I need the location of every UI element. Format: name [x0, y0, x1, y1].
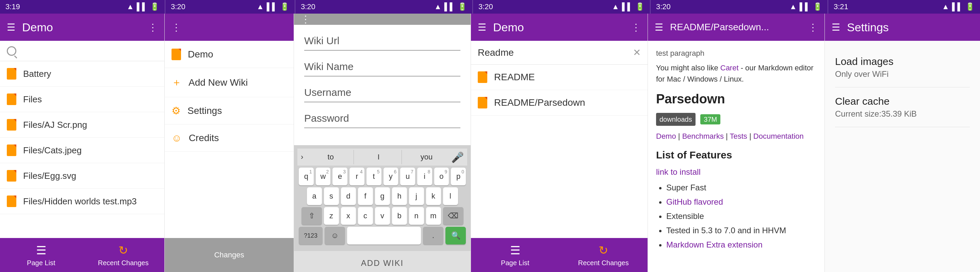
- key-w[interactable]: 2w: [316, 168, 331, 185]
- key-d[interactable]: d: [341, 187, 356, 205]
- result-item-readme[interactable]: README: [471, 65, 648, 90]
- article-content: test paragraph You might also like Caret…: [648, 41, 824, 272]
- key-f[interactable]: f: [358, 187, 373, 205]
- caret-link[interactable]: Caret: [721, 63, 739, 72]
- panel-wiki-menu: ⋮ Demo ＋ Add New Wiki ⚙ Settings ☺ Credi…: [165, 14, 294, 272]
- search-field-4[interactable]: Readme ✕: [471, 41, 648, 65]
- dots-icon-3[interactable]: ⋮: [301, 14, 310, 25]
- key-n[interactable]: n: [409, 207, 424, 225]
- status-icons-4: ▲ ▌▌ 🔋: [612, 2, 644, 11]
- key-a[interactable]: a: [307, 187, 322, 205]
- key-m[interactable]: m: [426, 207, 441, 225]
- list-item[interactable]: Files/AJ Scr.png: [0, 112, 164, 138]
- hamburger-icon-4[interactable]: [478, 22, 486, 33]
- documentation-link[interactable]: Documentation: [753, 132, 804, 141]
- downloads-count: 37M: [700, 114, 721, 125]
- dots-icon-2[interactable]: ⋮: [172, 22, 181, 33]
- key-period[interactable]: .: [423, 227, 443, 245]
- tab-page-list-1[interactable]: ☰ Page List: [0, 238, 82, 272]
- key-c[interactable]: c: [358, 207, 373, 225]
- password-field[interactable]: Password: [304, 112, 460, 128]
- hamburger-icon-1[interactable]: [7, 22, 15, 33]
- key-g[interactable]: g: [375, 187, 390, 205]
- github-flavored-link[interactable]: GitHub flavored: [666, 197, 723, 206]
- settings-item-clear-cache[interactable]: Clear cache Current size:35.39 KiB: [835, 87, 970, 127]
- key-symbols[interactable]: ?123: [299, 227, 323, 245]
- key-backspace[interactable]: ⌫: [443, 207, 463, 225]
- wiki-menu-item-add[interactable]: ＋ Add New Wiki: [165, 68, 294, 97]
- panel2-header: ⋮: [165, 14, 294, 41]
- result-item-readme-parsedown[interactable]: README/Parsedown: [471, 90, 648, 115]
- wifi-icon-2: ▲: [256, 2, 264, 11]
- battery-icon-6: 🔋: [966, 2, 975, 11]
- keyboard-row-4: ?123 ☺ . 🔍: [299, 227, 466, 245]
- suggestion-to[interactable]: to: [308, 150, 354, 164]
- search-bar-1[interactable]: [0, 41, 164, 61]
- key-emoji[interactable]: ☺: [325, 227, 345, 245]
- key-search-enter[interactable]: 🔍: [445, 227, 466, 245]
- key-u[interactable]: 7u: [400, 168, 415, 185]
- tab-recent-changes-1[interactable]: ↻ Recent Changes: [82, 238, 165, 272]
- list-item[interactable]: Files/Hidden worlds test.mp3: [0, 189, 164, 214]
- dots-icon-4[interactable]: [631, 22, 641, 33]
- search-input-value: Readme: [478, 47, 628, 58]
- key-t[interactable]: 5t: [366, 168, 382, 185]
- suggestion-chevron[interactable]: ›: [301, 153, 303, 161]
- tab-page-list-4[interactable]: ☰ Page List: [471, 238, 559, 272]
- key-s[interactable]: s: [324, 187, 339, 205]
- key-x[interactable]: x: [341, 207, 356, 225]
- wiki-name-underline: [304, 76, 460, 76]
- hamburger-icon-6[interactable]: [832, 22, 840, 33]
- main-content: Demo Battery Files Files/AJ Scr.png File…: [0, 14, 980, 272]
- key-l[interactable]: l: [443, 187, 458, 205]
- battery-icon-3: 🔋: [458, 2, 467, 11]
- wiki-name-field[interactable]: Wiki Name: [304, 61, 460, 76]
- panel4-header: Demo: [471, 14, 648, 41]
- tests-link[interactable]: Tests: [730, 132, 747, 141]
- demo-link[interactable]: Demo: [656, 132, 676, 141]
- close-search-icon[interactable]: ✕: [633, 47, 641, 58]
- key-v[interactable]: v: [375, 207, 390, 225]
- mic-icon[interactable]: 🎤: [451, 151, 464, 163]
- tab-recent-changes-4[interactable]: ↻ Recent Changes: [559, 238, 648, 272]
- key-y[interactable]: 6y: [383, 168, 398, 185]
- wiki-menu-item-demo[interactable]: Demo: [165, 41, 294, 68]
- benchmarks-link[interactable]: Benchmarks: [682, 132, 724, 141]
- key-r[interactable]: 4r: [350, 168, 364, 185]
- list-item[interactable]: Files/Egg.svg: [0, 163, 164, 189]
- install-link[interactable]: link to install: [656, 167, 701, 177]
- key-h[interactable]: h: [392, 187, 407, 205]
- key-space[interactable]: [347, 227, 421, 245]
- key-z[interactable]: z: [324, 207, 339, 225]
- key-j[interactable]: j: [409, 187, 424, 205]
- wiki-menu-item-settings[interactable]: ⚙ Settings: [165, 97, 294, 125]
- suggestion-you[interactable]: you: [404, 150, 450, 164]
- list-item[interactable]: Files: [0, 87, 164, 112]
- add-wiki-button[interactable]: ADD WIKI: [294, 251, 471, 272]
- file-icon: [7, 68, 16, 79]
- tab-page-list-label-4: Page List: [501, 259, 529, 267]
- hamburger-icon-5[interactable]: [655, 22, 663, 33]
- settings-item-load-images[interactable]: Load images Only over WiFi: [835, 47, 970, 87]
- signal-icon-5: ▌▌: [800, 2, 810, 11]
- key-o[interactable]: 9o: [434, 168, 449, 185]
- markdown-extra-link[interactable]: Markdown Extra extension: [666, 240, 762, 249]
- dots-icon-5[interactable]: [808, 22, 818, 33]
- list-item[interactable]: Battery: [0, 61, 164, 87]
- dots-icon-1[interactable]: [148, 22, 158, 33]
- key-q[interactable]: 1q: [299, 168, 314, 185]
- key-b[interactable]: b: [392, 207, 407, 225]
- username-field[interactable]: Username: [304, 87, 460, 102]
- wifi-icon-5: ▲: [789, 2, 797, 11]
- key-i[interactable]: 8i: [417, 168, 432, 185]
- article-links: Demo | Benchmarks | Tests | Documentatio…: [656, 131, 816, 142]
- list-item[interactable]: Files/Cats.jpeg: [0, 138, 164, 163]
- wiki-menu-item-credits[interactable]: ☺ Credits: [165, 125, 294, 152]
- feature-item: Super Fast: [666, 182, 816, 194]
- wiki-menu-item-label: Demo: [188, 49, 213, 60]
- key-k[interactable]: k: [426, 187, 441, 205]
- suggestion-i[interactable]: I: [356, 150, 402, 164]
- key-p[interactable]: 0p: [451, 168, 466, 185]
- key-e[interactable]: 3e: [332, 168, 347, 185]
- key-shift[interactable]: ⇧: [301, 207, 322, 225]
